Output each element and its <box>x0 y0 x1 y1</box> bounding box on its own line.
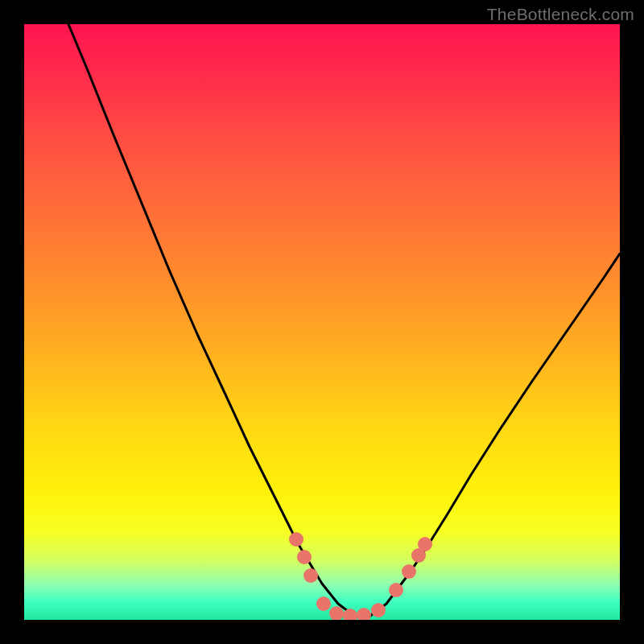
bottleneck-curve <box>68 24 620 616</box>
curve-marker <box>316 597 331 611</box>
curve-marker <box>329 606 344 620</box>
curve-marker <box>411 548 426 563</box>
curve-marker <box>371 603 386 617</box>
curve-marker <box>303 568 318 583</box>
chart-frame: TheBottleneck.com <box>0 0 644 644</box>
curve-marker <box>357 608 371 620</box>
curve-marker <box>297 550 312 564</box>
plot-area <box>24 24 620 620</box>
curve-marker <box>402 564 416 579</box>
watermark-text: TheBottleneck.com <box>487 5 634 24</box>
curve-marker <box>289 532 303 547</box>
curve-marker <box>389 583 403 597</box>
chart-svg <box>24 24 620 620</box>
curve-marker <box>418 537 432 551</box>
marker-group <box>289 532 432 620</box>
curve-marker <box>343 609 357 620</box>
